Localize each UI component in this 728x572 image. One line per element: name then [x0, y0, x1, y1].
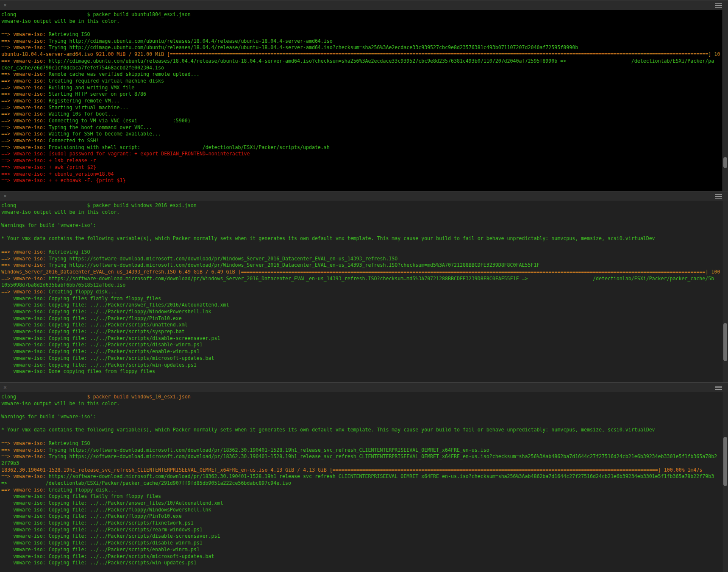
terminal-line: ==> vmware-iso: Building and writing VMX…: [1, 85, 720, 91]
terminal-line: vmware-iso: Copying file: ../../Packer/f…: [1, 507, 720, 514]
terminal-line: ==> vmware-iso: Creating required virtua…: [1, 78, 720, 85]
terminal-line: vmware-iso: Copying files flatly from fl…: [1, 493, 720, 500]
terminal-line: [1, 229, 720, 236]
terminal-pane-windows-10: ✕ clong $ packer build windows_10_esxi.j…: [0, 382, 728, 572]
terminal-line: vmware-iso: Copying file: ../../Packer/s…: [1, 520, 720, 527]
terminal-output-ubuntu1804[interactable]: clong $ packer build ubuntu1804_esxi.jso…: [0, 10, 728, 191]
terminal-line: vmware-iso: Copying file: ../../Packer/s…: [1, 533, 720, 540]
terminal-line: vmware-iso: Copying file: ../../Packer/s…: [1, 335, 720, 342]
terminal-line: ==> vmware-iso: Registering remote VM...: [1, 98, 720, 105]
terminal-line: clong $ packer build windows_10_esxi.jso…: [1, 394, 720, 401]
terminal-line: vmware-iso: Copying file: ../../Packer/s…: [1, 348, 720, 355]
terminal-line: ==> vmware-iso: Connected to SSH!: [1, 138, 720, 144]
terminal-line: vmware-iso: Copying file: ../../Packer/a…: [1, 500, 720, 507]
terminal-line: Warnings for build 'vmware-iso':: [1, 222, 720, 229]
terminal-line: vmware-iso: Copying file: ../../Packer/s…: [1, 355, 720, 362]
terminal-line: ==> vmware-iso: Trying https://software-…: [1, 256, 720, 263]
terminal-line: ==> vmware-iso: Trying http://cdimage.ub…: [1, 38, 720, 45]
terminal-line: ==> vmware-iso: Retrieving ISO: [1, 249, 720, 256]
terminal-line: ==> vmware-iso: + awk {print $2}: [1, 164, 720, 171]
terminal-line: * Your vmx data contains the following v…: [1, 235, 720, 242]
scrollbar[interactable]: [722, 10, 728, 191]
terminal-line: cker_cache/e6d790e1cf0dcbca7fefef75468ac…: [1, 65, 720, 72]
terminal-line: vmware-iso: Copying file: ../../Packer/s…: [1, 547, 720, 553]
terminal-line: ==> vmware-iso: Remote cache was verifie…: [1, 71, 720, 78]
terminal-line: 18362.30.190401-1528.19h1_release_svc_re…: [1, 467, 720, 474]
terminal-line: ==> vmware-iso: Creating floppy disk...: [1, 289, 720, 296]
terminal-line: ==> vmware-iso: Starting HTTP server on …: [1, 91, 720, 98]
terminal-line: ==> vmware-iso: Trying https://software-…: [1, 447, 720, 454]
terminal-line: vmware-iso: Done copying files from flop…: [1, 368, 720, 375]
terminal-line: ==> vmware-iso: Trying https://software-…: [1, 262, 720, 269]
terminal-line: [1, 216, 720, 222]
terminal-pane-windows-2016: ✕ clong $ packer build windows_2016_esxi…: [0, 191, 728, 382]
terminal-line: vmware-iso: Copying file: ../../Packer/s…: [1, 540, 720, 547]
terminal-line: vmware-iso: Copying file: ../../Packer/s…: [1, 329, 720, 335]
terminal-line: ==> vmware-iso: Starting virtual machine…: [1, 105, 720, 111]
terminal-line: ==> vmware-iso: Trying https://software-…: [1, 453, 720, 460]
terminal-output-windows-2016[interactable]: clong $ packer build windows_2016_esxi.j…: [0, 201, 728, 382]
terminal-line: vmware-iso: Copying file: ../../Packer/f…: [1, 513, 720, 520]
terminal-line: clong $ packer build ubuntu1804_esxi.jso…: [1, 11, 720, 18]
terminal-line: ==> vmware-iso: Trying http://cdimage.ub…: [1, 44, 720, 51]
scrollbar[interactable]: [722, 392, 728, 572]
terminal-line: vmware-iso: Copying file: ../../Packer/s…: [1, 362, 720, 369]
terminal-line: clong $ packer build windows_2016_esxi.j…: [1, 202, 720, 209]
terminal-line: ==> vmware-iso: Connecting to VM via VNC…: [1, 118, 720, 124]
terminal-line: 1055098d7ba8d2d635babf6bb76518512afbde.i…: [1, 282, 720, 289]
terminal-line: Windows_Server_2016_Datacenter_EVAL_en-u…: [1, 269, 720, 276]
terminal-line: [1, 434, 720, 440]
terminal-line: [1, 407, 720, 414]
terminal-line: ==> vmware-iso: [sudo] password for vagr…: [1, 151, 720, 158]
terminal-line: vmware-iso: Copying file: ../../Packer/s…: [1, 560, 720, 566]
terminal-line: * Your vmx data contains the following v…: [1, 427, 720, 434]
terminal-line: [1, 242, 720, 249]
terminal-line: ubuntu-18.04.4-server-amd64.iso 921.00 M…: [1, 51, 720, 58]
terminal-line: vmware-iso: Copying file: ../../Packer/s…: [1, 342, 720, 348]
terminal-line: vmware-iso: Copying file: ../../Packer/a…: [1, 302, 720, 309]
terminal-line: [1, 420, 720, 427]
scrollbar-thumb[interactable]: [723, 437, 727, 486]
terminal-line: ==> vmware-iso: Retrieving ISO: [1, 31, 720, 38]
terminal-titlebar[interactable]: ✕: [0, 191, 728, 201]
scrollbar-thumb[interactable]: [723, 157, 727, 168]
terminal-line: ==> vmware-iso: https://software-downloa…: [1, 473, 720, 480]
terminal-line: vmware-iso: Copying file: ../../Packer/f…: [1, 309, 720, 315]
menu-icon[interactable]: [715, 194, 722, 199]
scrollbar[interactable]: [722, 201, 728, 382]
terminal-line: Warnings for build 'vmware-iso':: [1, 414, 720, 420]
close-icon[interactable]: ✕: [3, 384, 7, 391]
terminal-line: ==> vmware-iso: + lsb_release -r: [1, 158, 720, 164]
terminal-pane-ubuntu1804: ✕ clong $ packer build ubuntu1804_esxi.j…: [0, 0, 728, 191]
menu-icon[interactable]: [715, 386, 722, 391]
terminal-line: vmware-iso: Copying file: ../../Packer/s…: [1, 527, 720, 533]
terminal-line: vmware-iso output will be in this color.: [1, 18, 720, 25]
terminal-line: ==> vmware-iso: Waiting 10s for boot...: [1, 111, 720, 118]
terminal-line: ==> vmware-iso: http://cdimage.ubuntu.co…: [1, 58, 720, 65]
terminal-line: [1, 25, 720, 31]
terminal-line: 2f79b3: [1, 460, 720, 467]
terminal-line: ==> vmware-iso: + + echoawk -F. {print $…: [1, 177, 720, 184]
close-icon[interactable]: ✕: [3, 192, 7, 200]
terminal-titlebar[interactable]: ✕: [0, 0, 728, 10]
terminal-line: vmware-iso: Copying file: ../../Packer/f…: [1, 315, 720, 322]
terminal-line: ==> vmware-iso: Creating floppy disk...: [1, 487, 720, 494]
terminal-line: ==> vmware-iso: Typing the boot command …: [1, 124, 720, 131]
terminal-titlebar[interactable]: ✕: [0, 382, 728, 392]
terminal-line: vmware-iso: Copying file: ../../Packer/s…: [1, 553, 720, 560]
terminal-line: ==> vmware-iso: Waiting for SSH to becom…: [1, 131, 720, 138]
terminal-line: ==> vmware-iso: Provisioning with shell …: [1, 144, 720, 151]
terminal-line: ==> vmware-iso: + ubuntu_version=18.04: [1, 171, 720, 178]
terminal-line: vmware-iso: Copying files flatly from fl…: [1, 296, 720, 302]
close-icon[interactable]: ✕: [3, 1, 7, 9]
terminal-line: vmware-iso output will be in this color.: [1, 209, 720, 216]
menu-icon[interactable]: [715, 3, 722, 8]
terminal-line: ==> vmware-iso: https://software-downloa…: [1, 276, 720, 282]
terminal-output-windows-10[interactable]: clong $ packer build windows_10_esxi.jso…: [0, 392, 728, 572]
terminal-line: vmware-iso: Copying file: ../../Packer/s…: [1, 322, 720, 329]
terminal-line: vmware-iso output will be in this color.: [1, 401, 720, 407]
terminal-line: => /detectionlab/ESXi/Packer/packer_cach…: [1, 480, 720, 487]
scrollbar-thumb[interactable]: [723, 323, 727, 361]
terminal-line: ==> vmware-iso: Retrieving ISO: [1, 440, 720, 447]
